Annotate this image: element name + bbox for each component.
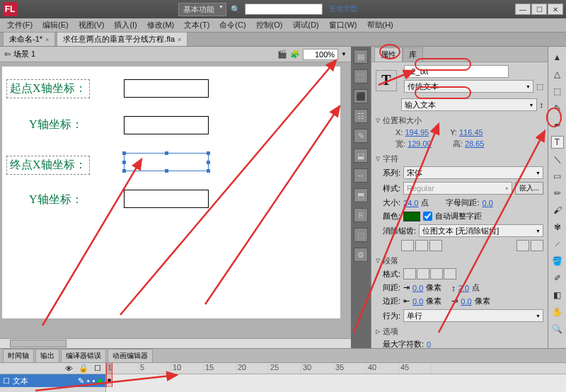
- maximize-button[interactable]: ☐: [531, 4, 547, 15]
- twist-icon[interactable]: ▷: [376, 328, 380, 335]
- dock-icon[interactable]: ⬛: [354, 89, 368, 103]
- selectable-toggle[interactable]: [401, 240, 414, 251]
- y-value[interactable]: 116.45: [459, 128, 483, 137]
- line-tool[interactable]: ＼: [551, 153, 564, 166]
- dock-icon[interactable]: ↔: [354, 168, 368, 183]
- text-engine-dropdown[interactable]: 传统文本: [404, 80, 533, 93]
- dock-icon[interactable]: ⬒: [354, 188, 368, 202]
- chain-icon[interactable]: ⬚: [536, 82, 543, 91]
- align-right-button[interactable]: [430, 268, 443, 279]
- workspace-dropdown[interactable]: 基本功能: [178, 3, 226, 16]
- dock-icon[interactable]: ⬚: [354, 228, 368, 242]
- menu-control[interactable]: 控制(O): [252, 18, 287, 32]
- menu-file[interactable]: 文件(F): [3, 18, 37, 32]
- eye-icon[interactable]: 👁: [65, 364, 73, 373]
- subselection-tool[interactable]: △: [551, 68, 564, 81]
- tab-properties[interactable]: 属性: [374, 47, 403, 62]
- outline-icon[interactable]: ☐: [94, 364, 101, 373]
- menu-commands[interactable]: 命令(C): [215, 18, 250, 32]
- zoom-tool[interactable]: 🔍: [551, 323, 564, 335]
- edit-symbol-icon[interactable]: 🧩: [290, 50, 300, 59]
- zoom-input[interactable]: 100%: [303, 49, 338, 60]
- close-button[interactable]: ✕: [548, 4, 563, 15]
- render-html-toggle[interactable]: [415, 240, 428, 251]
- direction-icon[interactable]: ↕: [540, 100, 544, 109]
- margin-right-value[interactable]: 0.0: [461, 297, 471, 306]
- indent-value[interactable]: 0.0: [412, 284, 423, 292]
- dock-icon[interactable]: ⎘: [354, 208, 368, 222]
- text-field[interactable]: [124, 79, 209, 98]
- dock-icon[interactable]: ⬚: [354, 69, 368, 83]
- bone-tool[interactable]: ⟋: [551, 238, 564, 250]
- deco-tool[interactable]: ✾: [551, 221, 564, 234]
- instance-name-input[interactable]: [404, 65, 509, 78]
- h-value[interactable]: 28.65: [465, 139, 485, 148]
- search-input[interactable]: [245, 4, 323, 15]
- tracking-value[interactable]: 0.0: [483, 199, 493, 207]
- edit-scene-icon[interactable]: 🎬: [277, 50, 287, 59]
- menu-edit[interactable]: 编辑(E): [38, 18, 73, 32]
- subscript-button[interactable]: [531, 240, 543, 251]
- doc-tab-untitled[interactable]: 未命名-1* ×: [3, 32, 55, 46]
- minimize-button[interactable]: —: [515, 4, 531, 15]
- tab-compiler-errors[interactable]: 编译器错误: [61, 349, 106, 362]
- align-left-button[interactable]: [403, 268, 416, 279]
- text-field-selected[interactable]: [124, 153, 209, 171]
- selection-tool[interactable]: ▲: [551, 51, 564, 64]
- paint-bucket-tool[interactable]: 🪣: [551, 255, 564, 267]
- eraser-tool[interactable]: ◧: [551, 289, 564, 301]
- maxchars-value[interactable]: 0: [427, 340, 431, 349]
- hand-tool[interactable]: ✋: [551, 306, 564, 318]
- border-toggle[interactable]: [429, 240, 442, 251]
- menu-text[interactable]: 文本(T): [180, 18, 214, 32]
- text-type-dropdown[interactable]: 输入文本: [401, 98, 537, 111]
- eyedropper-tool[interactable]: ✐: [551, 272, 564, 284]
- text-field[interactable]: [124, 190, 209, 208]
- lasso-tool[interactable]: ✎: [551, 102, 564, 115]
- doc-tab-current[interactable]: 求任意两点的垂直平分线方程.fla ×: [57, 32, 187, 46]
- color-swatch[interactable]: [403, 212, 420, 221]
- align-justify-button[interactable]: [444, 268, 456, 279]
- menu-debug[interactable]: 调试(D): [289, 18, 323, 32]
- layer-name[interactable]: 文本: [13, 376, 28, 386]
- scene-name[interactable]: 场景 1: [13, 49, 35, 59]
- frames-area[interactable]: 151015202530354045: [106, 363, 566, 392]
- autokern-checkbox[interactable]: [423, 212, 432, 221]
- superscript-button[interactable]: [516, 240, 529, 251]
- w-value[interactable]: 129.00: [408, 139, 432, 148]
- dock-icon[interactable]: ✎: [354, 129, 368, 143]
- menu-modify[interactable]: 修改(M): [143, 18, 179, 32]
- brush-tool[interactable]: 🖌: [551, 204, 564, 217]
- stage-canvas[interactable]: 起点X轴坐标： Y轴坐标： 终点X轴坐标： Y轴坐标：: [2, 67, 340, 318]
- menu-insert[interactable]: 插入(I): [110, 18, 141, 32]
- twist-icon[interactable]: ▽: [376, 117, 380, 124]
- layer-row[interactable]: ☐ 文本 ✎ ••■: [0, 374, 105, 387]
- pencil-tool[interactable]: ✏: [551, 187, 564, 200]
- font-style-dropdown[interactable]: Regular: [403, 182, 512, 195]
- close-icon[interactable]: ×: [45, 36, 49, 43]
- tab-timeline[interactable]: 时间轴: [3, 349, 34, 362]
- size-value[interactable]: 24.0: [403, 199, 418, 207]
- embed-button[interactable]: 嵌入...: [515, 182, 543, 195]
- x-value[interactable]: 194.95: [405, 128, 429, 137]
- align-center-button[interactable]: [417, 268, 429, 279]
- dock-icon[interactable]: ☷: [354, 109, 368, 123]
- menu-help[interactable]: 帮助(H): [363, 18, 398, 32]
- zoom-dropdown-icon[interactable]: ▼: [341, 51, 347, 57]
- lock-icon[interactable]: 🔒: [79, 364, 88, 373]
- margin-left-value[interactable]: 0.0: [412, 297, 423, 306]
- twist-icon[interactable]: ▽: [376, 156, 380, 162]
- dock-icon[interactable]: ⬓: [354, 149, 368, 163]
- text-tool[interactable]: T: [551, 136, 564, 149]
- antialias-dropdown[interactable]: 位图文本 [无消除锯齿]: [419, 224, 543, 237]
- font-family-dropdown[interactable]: 宋体: [403, 166, 543, 179]
- pen-tool[interactable]: ✒: [551, 119, 564, 132]
- rectangle-tool[interactable]: ▭: [551, 170, 564, 183]
- playhead[interactable]: [106, 363, 112, 387]
- close-icon[interactable]: ×: [178, 36, 181, 43]
- free-transform-tool[interactable]: ⬚: [551, 85, 564, 98]
- leading-value[interactable]: 2.0: [458, 284, 469, 292]
- dock-icon[interactable]: ⚙: [354, 248, 368, 262]
- line-behavior-dropdown[interactable]: 单行: [403, 309, 543, 322]
- tab-motion-editor[interactable]: 动画编辑器: [108, 349, 153, 362]
